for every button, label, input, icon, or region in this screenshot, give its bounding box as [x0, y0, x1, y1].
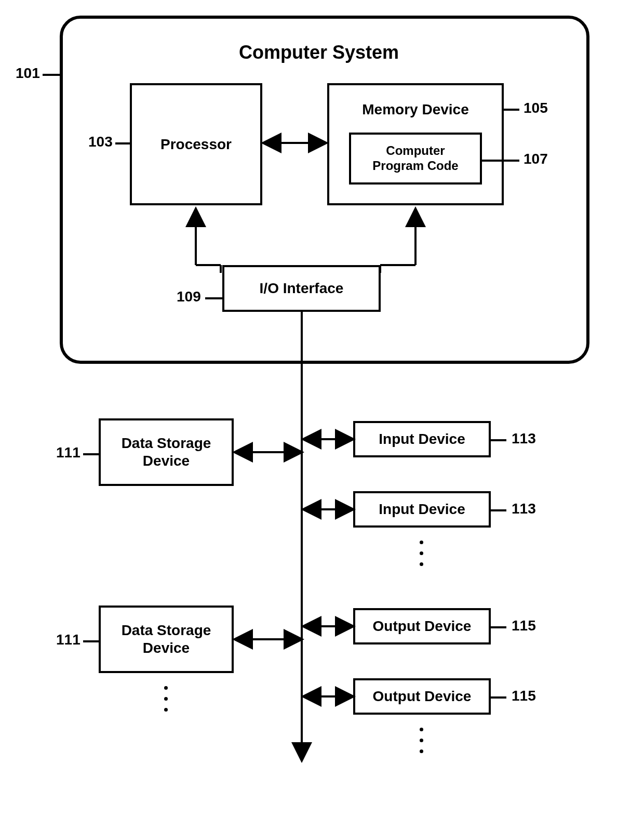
- dots-storage: [164, 686, 168, 712]
- output-device-label-2: Output Device: [373, 688, 472, 705]
- io-label: I/O Interface: [260, 280, 344, 297]
- arrow-storage2-bus: [234, 634, 304, 644]
- arrow-storage1-bus: [234, 447, 304, 457]
- arrow-processor-io: [190, 205, 231, 273]
- data-storage-label-2: Data Storage Device: [122, 622, 211, 656]
- dots-input: [420, 541, 423, 566]
- arrow-input2-bus: [302, 504, 354, 515]
- program-code-label: Computer Program Code: [372, 143, 458, 174]
- data-storage-box-1: Data Storage Device: [99, 418, 234, 486]
- ref-109: 109: [177, 288, 201, 305]
- ref-111-2: 111: [56, 631, 81, 648]
- ref-107: 107: [524, 151, 548, 167]
- output-device-label-1: Output Device: [373, 617, 472, 635]
- system-title: Computer System: [239, 42, 399, 63]
- data-storage-box-2: Data Storage Device: [99, 606, 234, 673]
- ref-115-2: 115: [512, 688, 536, 704]
- ref-115-1: 115: [512, 617, 536, 634]
- data-storage-label-1: Data Storage Device: [122, 435, 211, 469]
- ref-113-1: 113: [512, 430, 536, 447]
- output-device-box-2: Output Device: [353, 678, 491, 715]
- dots-output: [420, 728, 423, 753]
- memory-label: Memory Device: [329, 101, 502, 119]
- processor-box: Processor: [130, 83, 262, 205]
- arrow-processor-memory: [262, 136, 327, 152]
- arrow-output2-bus: [302, 691, 354, 702]
- processor-label: Processor: [160, 136, 232, 153]
- input-device-box-1: Input Device: [353, 421, 491, 457]
- output-device-box-1: Output Device: [353, 608, 491, 644]
- ref-113-2: 113: [512, 501, 536, 517]
- program-code-box: Computer Program Code: [349, 133, 482, 185]
- arrow-input1-bus: [302, 434, 354, 444]
- io-box: I/O Interface: [222, 265, 381, 312]
- ref-101: 101: [16, 65, 40, 82]
- input-device-label-1: Input Device: [379, 430, 465, 448]
- input-device-box-2: Input Device: [353, 491, 491, 528]
- ref-103: 103: [88, 134, 113, 150]
- input-device-label-2: Input Device: [379, 501, 465, 518]
- arrow-memory-io: [374, 205, 421, 273]
- arrow-output1-bus: [302, 621, 354, 631]
- ref-111-1: 111: [56, 444, 81, 461]
- ref-105: 105: [524, 100, 548, 116]
